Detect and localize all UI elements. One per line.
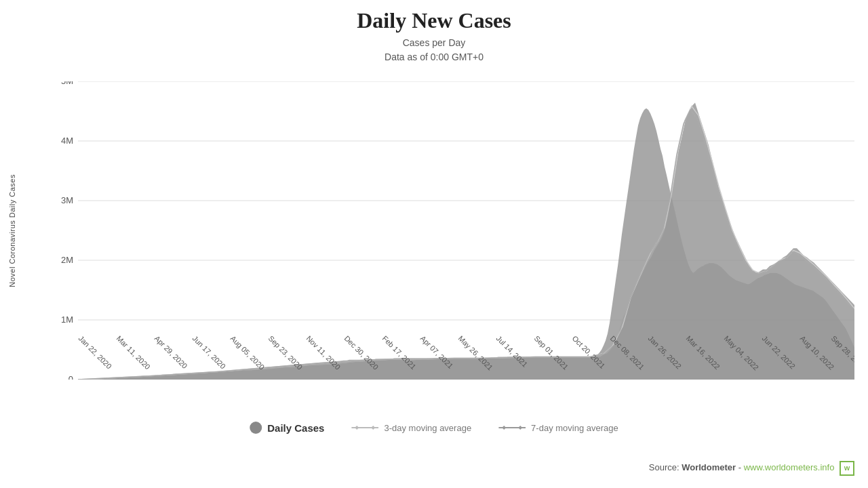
svg-text:Aug 10, 2022: Aug 10, 2022 (799, 336, 836, 371)
chart-svg: 5M 4M 3M 2M 1M 0 (47, 81, 854, 380)
svg-text:1M: 1M (61, 314, 73, 325)
svg-marker-37 (502, 426, 506, 430)
legend-7day-icon (498, 424, 526, 432)
svg-text:Nov 11, 2020: Nov 11, 2020 (305, 336, 342, 371)
source-attribution: Source: Worldometer - www.worldometers.i… (649, 461, 854, 476)
svg-text:Jan 26, 2022: Jan 26, 2022 (647, 336, 683, 370)
svg-text:3M: 3M (61, 195, 73, 205)
legend-3day-icon (351, 424, 378, 432)
legend: Daily Cases 3-day moving average 7-day m… (250, 422, 618, 434)
svg-text:May 04, 2022: May 04, 2022 (723, 336, 761, 372)
y-axis-label: Novel Coronavirus Daily Cases (8, 174, 16, 287)
svg-text:Jul 14, 2021: Jul 14, 2021 (495, 336, 530, 369)
svg-text:Jan 22, 2020: Jan 22, 2020 (77, 336, 113, 370)
source-url[interactable]: www.worldometers.info (744, 462, 835, 472)
legend-3day: 3-day moving average (351, 423, 471, 433)
legend-daily-cases-label: Daily Cases (267, 422, 324, 434)
worldometer-logo-icon: W (840, 461, 854, 476)
svg-text:Dec 08, 2021: Dec 08, 2021 (609, 336, 646, 371)
svg-text:Jun 22, 2022: Jun 22, 2022 (761, 336, 797, 370)
chart-container: Daily New Cases Cases per Day Data as of… (0, 0, 868, 488)
svg-text:Aug 05, 2020: Aug 05, 2020 (229, 336, 267, 371)
source-brand: Worldometer (682, 462, 736, 472)
legend-daily-cases-icon (250, 422, 262, 434)
svg-text:Oct 20, 2021: Oct 20, 2021 (571, 336, 607, 370)
legend-7day-label: 7-day moving average (531, 423, 618, 433)
svg-text:5M: 5M (61, 81, 73, 86)
svg-text:Mar 11, 2020: Mar 11, 2020 (115, 336, 152, 371)
svg-text:Jun 17, 2020: Jun 17, 2020 (191, 336, 227, 370)
x-axis-labels: Jan 22, 2020 Mar 11, 2020 Apr 29, 2020 J… (47, 336, 854, 390)
chart-area: 5M 4M 3M 2M 1M 0 (47, 81, 854, 380)
source-separator: - (738, 462, 741, 472)
svg-text:4M: 4M (61, 136, 73, 146)
svg-text:Sep 23, 2020: Sep 23, 2020 (267, 336, 304, 371)
chart-subtitle: Cases per Day Data as of 0:00 GMT+0 (0, 36, 868, 64)
legend-daily-cases: Daily Cases (250, 422, 324, 434)
svg-marker-38 (518, 426, 522, 430)
source-label: Source: (649, 462, 679, 472)
chart-title: Daily New Cases (0, 0, 868, 33)
svg-text:Dec 30, 2020: Dec 30, 2020 (343, 336, 380, 371)
svg-marker-35 (371, 426, 375, 430)
svg-text:May 26, 2021: May 26, 2021 (457, 336, 495, 372)
svg-text:Apr 29, 2020: Apr 29, 2020 (153, 336, 189, 370)
legend-3day-label: 3-day moving average (384, 423, 471, 433)
svg-text:Mar 16, 2022: Mar 16, 2022 (685, 336, 722, 371)
svg-text:Apr 07, 2021: Apr 07, 2021 (419, 336, 455, 370)
svg-marker-34 (355, 426, 359, 430)
svg-text:Feb 17, 2021: Feb 17, 2021 (381, 336, 418, 371)
legend-7day: 7-day moving average (498, 423, 618, 433)
svg-text:2M: 2M (61, 255, 73, 265)
svg-text:Sep 01, 2021: Sep 01, 2021 (533, 336, 570, 371)
